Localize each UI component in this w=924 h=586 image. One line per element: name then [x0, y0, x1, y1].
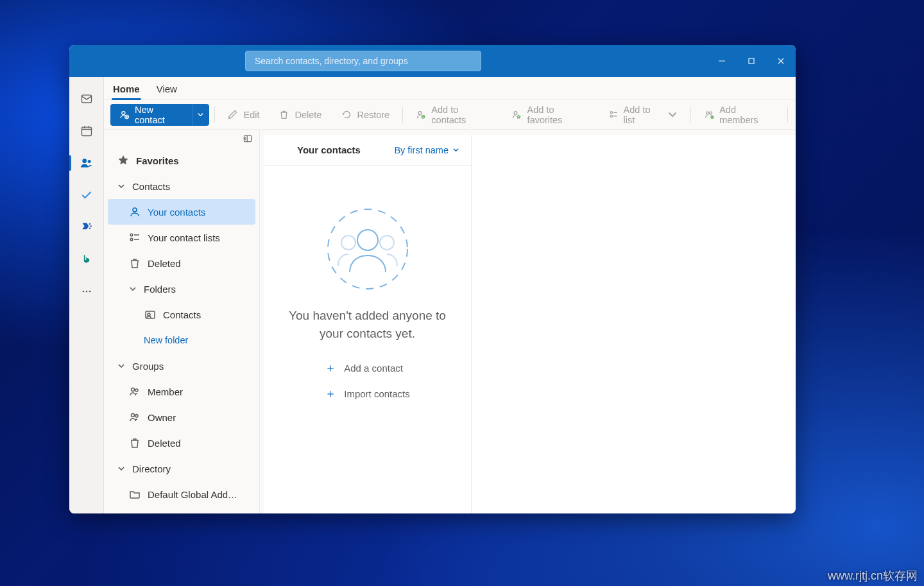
- nav-tree: Favorites Contacts Your contacts Your co…: [104, 148, 259, 513]
- svg-point-19: [122, 112, 125, 115]
- rail-todo[interactable]: [69, 185, 104, 205]
- owner-icon: [128, 411, 141, 424]
- svg-point-43: [135, 389, 138, 392]
- svg-point-16: [82, 291, 84, 293]
- add-to-favorites-button: Add to favorites: [504, 104, 596, 126]
- detail-column: [472, 135, 796, 513]
- chevron-down-icon: [452, 146, 459, 153]
- nav-favorites[interactable]: Favorites: [108, 148, 255, 173]
- new-contact-button[interactable]: New contact: [110, 104, 192, 126]
- titlebar: [69, 45, 796, 77]
- search-input[interactable]: [253, 55, 473, 67]
- svg-point-26: [610, 112, 612, 114]
- separator: [402, 107, 403, 123]
- app-window: Home View New contact Edit Delete Restor…: [69, 45, 796, 513]
- svg-point-13: [89, 223, 90, 225]
- nav-groups-deleted[interactable]: Deleted: [108, 430, 255, 456]
- svg-point-35: [133, 208, 137, 212]
- svg-point-37: [130, 238, 133, 241]
- trash-icon: [128, 436, 141, 449]
- empty-illustration: [323, 204, 413, 294]
- member-icon: [128, 385, 141, 398]
- watermark: www.rjtj.cn软存网: [828, 568, 918, 583]
- svg-point-14: [90, 225, 91, 227]
- svg-rect-7: [81, 127, 91, 135]
- plus-icon: ＋: [325, 386, 335, 401]
- add-contact-action[interactable]: ＋Add a contact: [325, 360, 410, 375]
- tab-home[interactable]: Home: [112, 80, 141, 99]
- chevron-down-icon: [117, 182, 126, 190]
- person-icon: [128, 205, 141, 218]
- nav-folder-contacts[interactable]: Contacts: [108, 302, 255, 327]
- trash-icon: [128, 257, 141, 270]
- sidebar-collapse[interactable]: [104, 130, 259, 148]
- svg-point-36: [130, 234, 133, 236]
- rail-more[interactable]: [69, 281, 104, 302]
- import-contacts-action[interactable]: ＋Import contacts: [325, 386, 410, 401]
- search-box[interactable]: [245, 51, 481, 71]
- svg-point-27: [610, 115, 612, 117]
- sidebar: Favorites Contacts Your contacts Your co…: [104, 130, 260, 513]
- nav-your-contacts[interactable]: Your contacts: [108, 199, 255, 225]
- content: Favorites Contacts Your contacts Your co…: [104, 130, 796, 513]
- svg-point-42: [132, 388, 135, 392]
- new-contact-label: New contact: [135, 105, 183, 125]
- maximize-button[interactable]: [737, 45, 766, 77]
- svg-point-23: [418, 112, 422, 115]
- chevron-down-icon: [117, 362, 126, 370]
- svg-point-30: [706, 112, 709, 114]
- add-to-favorites-label: Add to favorites: [527, 105, 589, 125]
- nav-new-folder[interactable]: New folder: [108, 327, 255, 353]
- restore-label: Restore: [357, 110, 389, 120]
- nav-contacts-group[interactable]: Contacts: [108, 173, 255, 199]
- svg-rect-3: [749, 58, 754, 64]
- empty-state: You haven't added anyone to your contact…: [264, 166, 471, 513]
- nav-deleted[interactable]: Deleted: [108, 250, 255, 276]
- nav-default-gal[interactable]: Default Global Add…: [108, 481, 255, 507]
- folders-label: Folders: [144, 284, 255, 295]
- owner-label: Owner: [148, 412, 255, 423]
- contact-lists-label: Your contact lists: [148, 232, 255, 243]
- nav-groups[interactable]: Groups: [108, 353, 255, 379]
- rail-bing[interactable]: [69, 249, 104, 270]
- svg-point-47: [357, 230, 378, 250]
- nav-owner[interactable]: Owner: [108, 404, 255, 430]
- rail-calendar[interactable]: [69, 121, 104, 141]
- svg-point-25: [514, 112, 517, 115]
- empty-actions: ＋Add a contact ＋Import contacts: [325, 360, 410, 401]
- your-contacts-label: Your contacts: [148, 207, 255, 218]
- add-contact-label: Add a contact: [344, 363, 403, 374]
- directory-label: Directory: [132, 463, 255, 474]
- contacts-label: Contacts: [132, 181, 255, 192]
- deleted-label: Deleted: [148, 258, 255, 269]
- add-to-list-button: Add to list: [601, 104, 686, 126]
- rail-mail[interactable]: [69, 89, 104, 109]
- nav-folders[interactable]: Folders: [108, 276, 255, 302]
- new-contact-split: New contact: [110, 104, 209, 126]
- delete-button: Delete: [271, 104, 329, 126]
- add-to-contacts-button: Add to contacts: [408, 104, 500, 126]
- nav-directory[interactable]: Directory: [108, 456, 255, 481]
- edit-button: Edit: [219, 104, 267, 126]
- new-contact-dropdown[interactable]: [192, 104, 209, 126]
- plus-icon: ＋: [325, 360, 335, 375]
- contact-folder-icon: [144, 308, 157, 321]
- sort-dropdown[interactable]: By first name: [394, 145, 459, 155]
- list-column: Your contacts By first name: [264, 135, 472, 513]
- nav-contact-lists[interactable]: Your contact lists: [108, 225, 255, 250]
- nav-member[interactable]: Member: [108, 379, 255, 404]
- tab-view[interactable]: View: [155, 80, 178, 99]
- svg-point-15: [89, 228, 90, 229]
- minimize-button[interactable]: [707, 45, 737, 77]
- groups-label: Groups: [132, 361, 255, 372]
- svg-point-18: [89, 291, 90, 293]
- rail-yammer[interactable]: [69, 217, 104, 237]
- svg-point-31: [709, 112, 712, 114]
- svg-point-44: [132, 414, 135, 417]
- rail-people[interactable]: [69, 153, 104, 173]
- default-gal-label: Default Global Add…: [148, 489, 255, 500]
- separator: [690, 107, 691, 123]
- app-rail: [69, 77, 104, 513]
- close-button[interactable]: [766, 45, 796, 77]
- add-to-contacts-label: Add to contacts: [431, 105, 492, 125]
